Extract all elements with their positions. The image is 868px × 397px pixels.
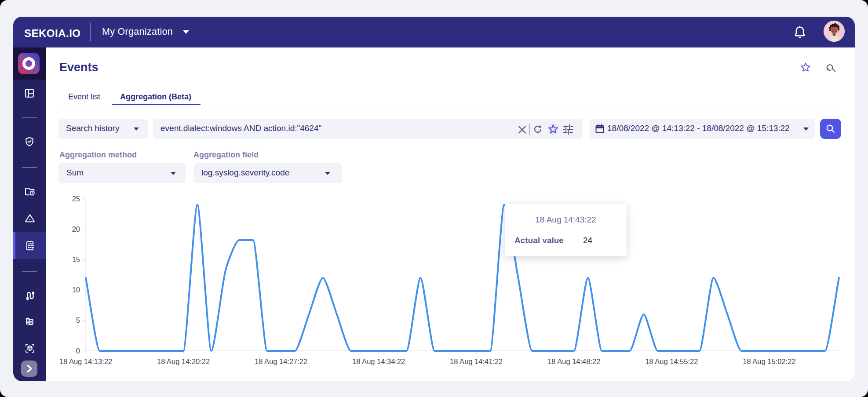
svg-text:18 Aug 14:34:22: 18 Aug 14:34:22 xyxy=(352,357,405,365)
svg-text:18 Aug 15:02:22: 18 Aug 15:02:22 xyxy=(743,357,795,365)
svg-text:10: 10 xyxy=(72,286,80,294)
svg-text:25: 25 xyxy=(72,195,80,203)
svg-text:18 Aug 14:48:22: 18 Aug 14:48:22 xyxy=(547,357,600,365)
svg-text:18 Aug 14:55:22: 18 Aug 14:55:22 xyxy=(645,357,698,365)
svg-text:18 Aug 14:41:22: 18 Aug 14:41:22 xyxy=(450,357,503,365)
svg-text:18 Aug 14:13:22: 18 Aug 14:13:22 xyxy=(59,357,112,365)
svg-text:18 Aug 14:20:22: 18 Aug 14:20:22 xyxy=(157,357,210,365)
svg-text:15: 15 xyxy=(72,255,80,263)
svg-text:5: 5 xyxy=(76,316,80,324)
svg-text:18 Aug 14:27:22: 18 Aug 14:27:22 xyxy=(255,357,307,365)
svg-text:20: 20 xyxy=(72,225,80,233)
svg-text:0: 0 xyxy=(76,347,80,355)
